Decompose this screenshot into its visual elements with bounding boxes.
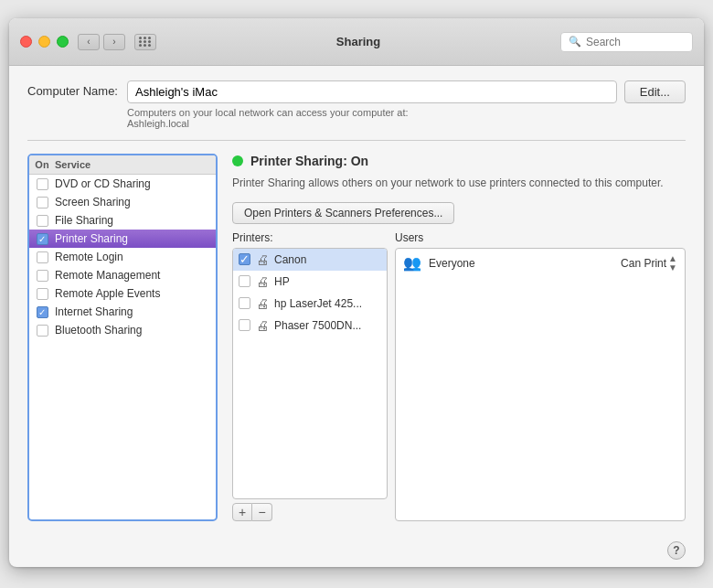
services-panel: On Service DVD or CD Sharing Screen Shar…: [27, 154, 218, 521]
service-item-screen[interactable]: Screen Sharing: [29, 193, 216, 211]
printer-icon-phaser: 🖨: [256, 318, 269, 333]
printer-list-actions: + −: [232, 503, 388, 521]
close-button[interactable]: [20, 36, 32, 48]
services-header: On Service: [29, 155, 216, 175]
service-name-screen: Screen Sharing: [55, 196, 212, 208]
service-title-text: Printer Sharing: On: [250, 154, 368, 168]
checkbox-wrap-file: [29, 215, 55, 227]
user-group-icon: 👥: [403, 254, 421, 272]
printers-users-section: Printers: ✓ 🖨 Canon 🖨 HP: [232, 231, 686, 521]
service-item-bluetooth[interactable]: Bluetooth Sharing: [29, 321, 216, 339]
checkbox-screen[interactable]: [37, 197, 48, 208]
search-box[interactable]: 🔍: [560, 32, 693, 52]
service-name-printer: Printer Sharing: [55, 232, 212, 245]
back-button[interactable]: ‹: [78, 34, 100, 50]
service-item-printer[interactable]: ✓ Printer Sharing: [29, 230, 216, 248]
checkbox-wrap-remote-apple: [29, 288, 55, 300]
computer-name-right: Edit... Computers on your local network …: [127, 80, 686, 129]
services-list: DVD or CD Sharing Screen Sharing File Sh…: [29, 175, 216, 519]
service-description: Printer Sharing allows others on your ne…: [232, 176, 686, 191]
checkbox-wrap-dvd: [29, 178, 55, 190]
grid-icon: [139, 37, 152, 47]
checkbox-remote-login[interactable]: [37, 251, 48, 263]
service-item-internet[interactable]: ✓ Internet Sharing: [29, 303, 216, 321]
services-header-service: Service: [55, 159, 216, 170]
checkbox-file[interactable]: [37, 215, 48, 227]
printer-checkbox-hp-lj[interactable]: [239, 297, 250, 309]
main-content: On Service DVD or CD Sharing Screen Shar…: [9, 141, 704, 534]
checkbox-bluetooth[interactable]: [37, 325, 48, 337]
printer-item-hp-lj[interactable]: 🖨 hp LaserJet 425...: [233, 293, 387, 315]
printer-checkbox-phaser[interactable]: [239, 319, 250, 331]
checkbox-wrap-internet: ✓: [29, 306, 55, 318]
search-input[interactable]: [586, 36, 685, 48]
user-item-everyone[interactable]: 👥 Everyone Can Print ▲▼: [396, 249, 685, 278]
checkbox-dvd[interactable]: [37, 178, 48, 190]
printer-icon-hp: 🖨: [256, 274, 269, 289]
checkbox-wrap-printer: ✓: [29, 233, 55, 245]
checkbox-wrap-screen: [29, 197, 55, 208]
help-button[interactable]: ?: [667, 541, 686, 560]
status-dot: [232, 155, 243, 166]
nav-buttons: ‹ ›: [78, 34, 125, 50]
printer-name-phaser: Phaser 7500DN...: [274, 319, 361, 332]
forward-button[interactable]: ›: [103, 34, 125, 50]
right-panel: Printer Sharing: On Printer Sharing allo…: [232, 154, 686, 521]
service-item-dvd[interactable]: DVD or CD Sharing: [29, 175, 216, 193]
permission-dropdown-everyone[interactable]: Can Print ▲▼: [621, 254, 677, 273]
checkbox-wrap-bluetooth: [29, 325, 55, 337]
open-prefs-button[interactable]: Open Printers & Scanners Preferences...: [232, 202, 454, 224]
computer-name-label: Computer Name:: [27, 84, 118, 98]
checkbox-wrap-remote-login: [29, 251, 55, 263]
traffic-lights: [20, 36, 69, 48]
user-name-everyone: Everyone: [429, 257, 613, 270]
checkbox-internet[interactable]: ✓: [37, 306, 48, 318]
printer-item-canon[interactable]: ✓ 🖨 Canon: [233, 249, 387, 271]
dropdown-arrows-icon: ▲▼: [668, 254, 677, 273]
service-title-row: Printer Sharing: On: [232, 154, 686, 168]
printer-item-phaser[interactable]: 🖨 Phaser 7500DN...: [233, 315, 387, 337]
users-label: Users: [395, 231, 686, 244]
printer-name-hp: HP: [274, 275, 290, 288]
computer-name-subtext: Computers on your local network can acce…: [127, 107, 686, 129]
printers-panel: Printers: ✓ 🖨 Canon 🖨 HP: [232, 231, 388, 521]
users-list: 👥 Everyone Can Print ▲▼: [395, 248, 686, 521]
checkbox-printer[interactable]: ✓: [37, 233, 48, 245]
remove-printer-button[interactable]: −: [252, 503, 272, 521]
checkbox-remote-apple[interactable]: [37, 288, 48, 300]
service-item-remote-login[interactable]: Remote Login: [29, 248, 216, 266]
search-icon: 🔍: [569, 36, 581, 48]
service-item-file[interactable]: File Sharing: [29, 211, 216, 230]
printer-icon-canon: 🖨: [256, 252, 269, 267]
service-name-internet: Internet Sharing: [55, 305, 212, 318]
checkbox-remote-mgmt[interactable]: [37, 270, 48, 282]
users-panel: Users 👥 Everyone Can Print ▲▼: [395, 231, 686, 521]
printers-label: Printers:: [232, 231, 388, 244]
printer-name-hp-lj: hp LaserJet 425...: [274, 297, 362, 310]
main-window: ‹ › Sharing 🔍 Computer Name: Edit... Com…: [9, 18, 704, 567]
printer-checkbox-canon[interactable]: ✓: [239, 253, 250, 265]
window-title: Sharing: [165, 35, 551, 48]
checkbox-wrap-remote-mgmt: [29, 270, 55, 282]
service-name-file: File Sharing: [55, 214, 212, 227]
minimize-button[interactable]: [38, 36, 50, 48]
printer-icon-hp-lj: 🖨: [256, 296, 269, 311]
service-item-remote-apple[interactable]: Remote Apple Events: [29, 284, 216, 303]
titlebar: ‹ › Sharing 🔍: [9, 18, 704, 66]
service-name-dvd: DVD or CD Sharing: [55, 177, 212, 190]
service-item-remote-mgmt[interactable]: Remote Management: [29, 266, 216, 284]
printer-checkbox-hp[interactable]: [239, 275, 250, 287]
service-name-remote-apple: Remote Apple Events: [55, 287, 212, 300]
computer-name-section: Computer Name: Edit... Computers on your…: [9, 66, 704, 140]
printer-item-hp[interactable]: 🖨 HP: [233, 271, 387, 293]
bottom-bar: ?: [9, 534, 704, 567]
add-printer-button[interactable]: +: [232, 503, 252, 521]
edit-button[interactable]: Edit...: [624, 80, 686, 103]
service-name-remote-login: Remote Login: [55, 251, 212, 263]
services-header-on: On: [29, 159, 55, 170]
service-name-remote-mgmt: Remote Management: [55, 269, 212, 282]
maximize-button[interactable]: [57, 36, 69, 48]
computer-name-input-row: Edit...: [127, 80, 686, 103]
grid-button[interactable]: [134, 34, 156, 50]
computer-name-input[interactable]: [127, 80, 617, 103]
